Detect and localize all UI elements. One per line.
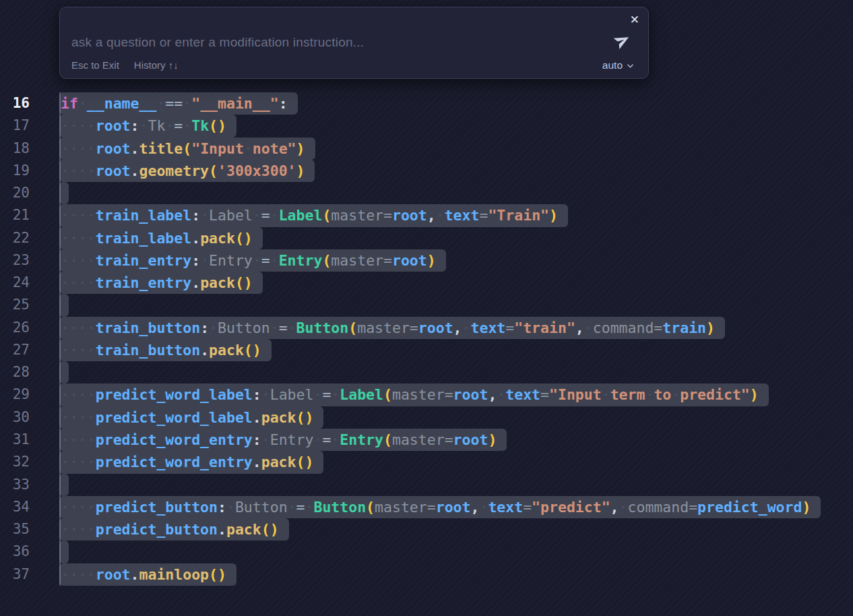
code-line[interactable]: 31····predict_word_entry:·Entry·=·Entry(… <box>0 429 853 451</box>
code-line[interactable]: 23····train_entry:·Entry·=·Entry(master=… <box>0 249 853 272</box>
code-line[interactable]: 32····predict_word_entry.pack() <box>0 451 853 473</box>
code-line-content[interactable]: ····train_entry:·Entry·=·Entry(master=ro… <box>59 249 446 272</box>
line-number: 23 <box>0 249 30 272</box>
chevron-down-icon <box>626 61 635 70</box>
line-number: 22 <box>0 227 30 249</box>
line-number: 18 <box>0 137 30 160</box>
code-line[interactable]: 22····train_label.pack() <box>0 227 853 249</box>
code-line-content[interactable] <box>59 361 69 383</box>
code-line[interactable]: 20 <box>0 182 853 204</box>
code-line[interactable]: 34····predict_button:·Button·=·Button(ma… <box>0 496 853 518</box>
close-icon[interactable]: ✕ <box>630 14 639 26</box>
code-line-content[interactable]: ····root.mainloop() <box>59 563 236 586</box>
line-number: 26 <box>0 317 30 339</box>
line-number: 35 <box>0 518 30 541</box>
line-number: 33 <box>0 474 30 496</box>
line-number: 31 <box>0 429 30 451</box>
code-line[interactable]: 19····root.geometry('300x300') <box>0 160 853 182</box>
line-number: 27 <box>0 339 30 361</box>
code-line[interactable]: 16if·__name__·==·"__main__": <box>0 92 853 115</box>
code-line-content[interactable]: ····root.title("Input·note") <box>59 137 315 160</box>
code-line-content[interactable]: ····root.geometry('300x300') <box>59 160 315 182</box>
prompt-input[interactable]: ask a question or enter a modification i… <box>71 35 364 50</box>
code-line-content[interactable] <box>59 541 69 563</box>
code-line[interactable]: 30····predict_word_label.pack() <box>0 406 853 429</box>
line-number: 30 <box>0 406 30 429</box>
line-number: 28 <box>0 361 30 383</box>
line-number: 32 <box>0 451 30 473</box>
mode-dropdown[interactable]: auto <box>602 59 635 71</box>
code-lines: 16if·__name__·==·"__main__":17····root:·… <box>0 92 853 586</box>
code-line-content[interactable]: ····train_label.pack() <box>59 227 263 249</box>
code-editor: 16if·__name__·==·"__main__":17····root:·… <box>0 92 853 586</box>
line-number: 17 <box>0 115 30 137</box>
code-line-content[interactable]: ····predict_word_entry:·Entry·=·Entry(ma… <box>59 429 507 451</box>
line-number: 36 <box>0 541 30 563</box>
code-line[interactable]: 33 <box>0 474 853 496</box>
dialog-hints: Esc to ExitHistory ↑↓ <box>71 59 193 71</box>
code-line[interactable]: 35····predict_button.pack() <box>0 518 853 541</box>
code-line[interactable]: 36 <box>0 541 853 563</box>
line-number: 37 <box>0 563 30 586</box>
line-number: 24 <box>0 272 30 294</box>
code-line-content[interactable]: ····predict_word_entry.pack() <box>59 451 323 473</box>
line-number: 25 <box>0 294 30 316</box>
code-line[interactable]: 28 <box>0 361 853 383</box>
prompt-dialog: ✕ ask a question or enter a modification… <box>59 7 649 79</box>
esc-hint: Esc to Exit <box>71 59 119 71</box>
code-line[interactable]: 25 <box>0 294 853 316</box>
line-number: 21 <box>0 204 30 226</box>
code-line[interactable]: 21····train_label:·Label·=·Label(master=… <box>0 204 853 226</box>
send-icon[interactable] <box>614 32 631 49</box>
code-line-content[interactable] <box>59 294 69 316</box>
code-line[interactable]: 37····root.mainloop() <box>0 563 853 586</box>
code-line-content[interactable]: ····train_button.pack() <box>59 339 272 361</box>
code-line-content[interactable] <box>59 474 69 496</box>
line-number: 20 <box>0 182 30 204</box>
code-line-content[interactable]: ····train_button:·Button·=·Button(master… <box>59 317 725 339</box>
code-line[interactable]: 27····train_button.pack() <box>0 339 853 361</box>
mode-label: auto <box>602 59 623 71</box>
line-number: 19 <box>0 160 30 182</box>
code-line-content[interactable] <box>59 182 69 204</box>
code-line[interactable]: 29····predict_word_label:·Label·=·Label(… <box>0 383 853 406</box>
code-line-content[interactable]: ····train_label:·Label·=·Label(master=ro… <box>59 204 568 226</box>
line-number: 29 <box>0 383 30 406</box>
code-line-content[interactable]: if·__name__·==·"__main__": <box>59 92 298 115</box>
code-line-content[interactable]: ····predict_word_label:·Label·=·Label(ma… <box>59 383 769 406</box>
line-number: 34 <box>0 496 30 518</box>
indent-guide <box>59 92 61 586</box>
code-line[interactable]: 17····root:·Tk·=·Tk() <box>0 115 853 137</box>
code-line[interactable]: 18····root.title("Input·note") <box>0 137 853 160</box>
history-hint: History ↑↓ <box>134 59 179 71</box>
code-line[interactable]: 26····train_button:·Button·=·Button(mast… <box>0 317 853 339</box>
line-number: 16 <box>0 92 30 115</box>
code-line[interactable]: 24····train_entry.pack() <box>0 272 853 294</box>
code-line-content[interactable]: ····predict_word_label.pack() <box>59 406 323 429</box>
code-line-content[interactable]: ····root:·Tk·=·Tk() <box>59 115 236 137</box>
code-line-content[interactable]: ····predict_button:·Button·=·Button(mast… <box>59 496 821 518</box>
code-line-content[interactable]: ····train_entry.pack() <box>59 272 263 294</box>
code-line-content[interactable]: ····predict_button.pack() <box>59 518 289 541</box>
